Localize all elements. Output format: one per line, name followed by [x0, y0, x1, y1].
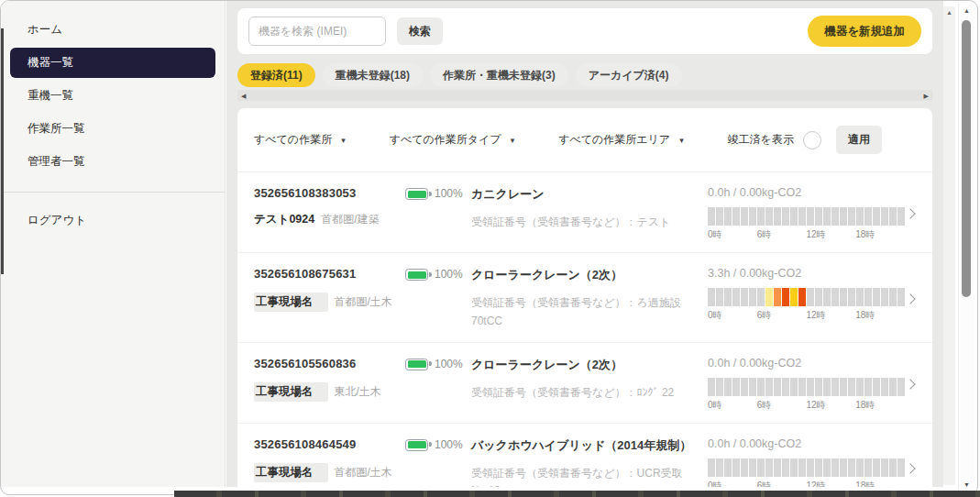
hour-segment	[848, 288, 855, 306]
equipment-row[interactable]: 352656105560836 工事現場名 東北/土木 100% クローラークレ…	[237, 343, 932, 424]
usage-column: 3.3h / 0.00kg-CO2 0時6時12時18時	[708, 267, 905, 331]
hour-segment	[732, 378, 740, 396]
sidebar-item-admin-list[interactable]: 管理者一覧	[10, 147, 215, 177]
hour-segment	[782, 378, 789, 396]
hour-segment	[840, 458, 847, 477]
chevron-right-icon[interactable]	[905, 379, 915, 389]
hour-label: 0時	[708, 309, 757, 322]
worksite-area-filter-dropdown[interactable]: すべての作業所エリア ▾	[558, 132, 684, 148]
hour-segment	[724, 458, 732, 477]
hour-segment	[708, 378, 715, 396]
battery-column: 100%	[405, 267, 471, 331]
search-input[interactable]	[248, 17, 386, 46]
battery-percent: 100%	[435, 438, 463, 451]
chevron-right-icon[interactable]	[905, 293, 915, 304]
hour-segment	[889, 288, 897, 306]
hour-segment	[889, 458, 897, 477]
sidebar-item-equipment-list[interactable]: 機器一覧	[10, 48, 215, 78]
show-completed-toggle[interactable]	[803, 131, 821, 149]
add-equipment-button[interactable]: 機器を新規追加	[808, 16, 921, 47]
usage-column: 0.0h / 0.00kg-CO2 0時6時12時18時	[708, 186, 905, 241]
equipment-row[interactable]: 352656108383053 テスト0924 首都圏/建築 100% カニクレ…	[237, 172, 932, 253]
hourly-usage-bar	[708, 288, 905, 306]
hour-segment	[864, 378, 872, 396]
hour-label: 12時	[807, 399, 856, 412]
hour-segment	[765, 207, 773, 226]
imei: 352656105560836	[254, 357, 405, 370]
scroll-down-icon[interactable]: ▼	[959, 481, 974, 488]
tab-machinery-unregistered[interactable]: 重機未登録(18)	[323, 63, 423, 87]
hour-segment	[798, 207, 806, 226]
hour-segment	[708, 207, 715, 226]
search-bar-card: 検索 機器を新規追加	[237, 8, 932, 54]
hour-segment	[807, 378, 814, 396]
hour-segment	[790, 378, 798, 396]
tab-archived[interactable]: アーカイブ済(4)	[576, 63, 682, 87]
hour-segment	[815, 458, 822, 477]
imei: 352656108675631	[254, 267, 405, 281]
hour-segment	[815, 207, 822, 226]
equipment-row[interactable]: 352656108675631 工事現場名 首都圏/土木 100% クローラーク…	[237, 253, 932, 343]
sidebar-item-worksite-list[interactable]: 作業所一覧	[10, 114, 215, 144]
hour-segment	[724, 207, 732, 226]
hour-segment	[741, 207, 748, 226]
identifier-column: 352656105560836 工事現場名 東北/土木	[254, 357, 405, 412]
hour-segment	[774, 207, 781, 226]
usage-column: 0.0h / 0.00kg-CO2 0時6時12時18時	[708, 357, 905, 412]
site-region: 首都圏/建築	[321, 212, 379, 227]
hour-segment	[782, 207, 789, 226]
worksite-type-filter-dropdown[interactable]: すべての作業所タイプ ▾	[390, 132, 515, 148]
battery-icon	[405, 188, 428, 200]
hour-segment	[765, 288, 773, 306]
hour-label: 6時	[757, 480, 807, 487]
battery-icon	[405, 439, 428, 451]
usage-total: 0.0h / 0.00kg-CO2	[708, 186, 905, 199]
apply-filter-button[interactable]: 適用	[836, 126, 882, 154]
hour-segment	[881, 458, 888, 477]
identifier-column: 352656108383053 テスト0924 首都圏/建築	[254, 186, 405, 241]
hour-label: 12時	[807, 228, 856, 241]
chevron-right-icon[interactable]	[905, 208, 915, 218]
hour-segment	[724, 378, 732, 396]
hour-label: 12時	[807, 480, 856, 487]
tab-worksite-machinery-unregistered[interactable]: 作業所・重機未登録(3)	[430, 63, 568, 87]
imei: 352656108383053	[254, 186, 405, 200]
hour-segment	[840, 207, 847, 226]
worksite-filter-dropdown[interactable]: すべての作業所 ▾	[254, 132, 346, 148]
scroll-left-icon[interactable]: ◀	[241, 93, 246, 99]
hourly-usage-bar	[708, 458, 905, 477]
search-button[interactable]: 検索	[397, 17, 443, 45]
scrollbar-thumb[interactable]	[962, 20, 971, 297]
chevron-right-icon[interactable]	[905, 464, 915, 474]
scroll-up-icon[interactable]: ▲	[959, 7, 974, 14]
hour-segment	[840, 288, 847, 306]
hour-labels: 0時6時12時18時	[708, 228, 905, 241]
usage-total: 3.3h / 0.00kg-CO2	[708, 267, 905, 280]
hour-segment	[708, 288, 715, 306]
sidebar-item-heavy-machinery-list[interactable]: 重機一覧	[10, 81, 215, 111]
browser-scrollbar[interactable]: ▲ ▼	[958, 4, 974, 491]
scroll-right-icon[interactable]: ▶	[924, 93, 929, 99]
horizontal-scrollbar[interactable]: ◀ ▶	[237, 90, 932, 101]
background-window-edge	[1, 28, 4, 274]
sidebar-item-home[interactable]: ホーム	[10, 15, 215, 45]
hour-segment	[873, 458, 880, 477]
hour-segment	[881, 207, 888, 226]
hour-segment	[757, 458, 765, 477]
site-name: 工事現場名	[254, 463, 328, 482]
name-column: バックホウハイブリッド（2014年規制） 受領証番号（受領書番号など）：UCR受…	[471, 437, 708, 487]
hour-segment	[873, 207, 880, 226]
identifier-column: 352656108464549 工事現場名 首都圏/土木	[254, 437, 405, 487]
hour-segment	[798, 378, 806, 396]
tab-registered[interactable]: 登録済(11)	[237, 63, 315, 87]
hour-labels: 0時6時12時18時	[708, 399, 905, 412]
equipment-row[interactable]: 352656108464549 工事現場名 首都圏/土木 100% バックホウハ…	[237, 424, 932, 487]
hour-segment	[716, 207, 723, 226]
usage-total: 0.0h / 0.00kg-CO2	[708, 437, 905, 450]
equipment-name: クローラークレーン（2次）	[471, 357, 697, 373]
content-scrollbar[interactable]: ▲	[943, 6, 955, 485]
scroll-up-icon[interactable]: ▲	[943, 9, 955, 16]
hour-segment	[881, 378, 888, 396]
sidebar-item-logout[interactable]: ログアウト	[10, 205, 215, 236]
main-content: 検索 機器を新規追加 登録済(11) 重機未登録(18) 作業所・重機未登録(3…	[226, 1, 943, 487]
